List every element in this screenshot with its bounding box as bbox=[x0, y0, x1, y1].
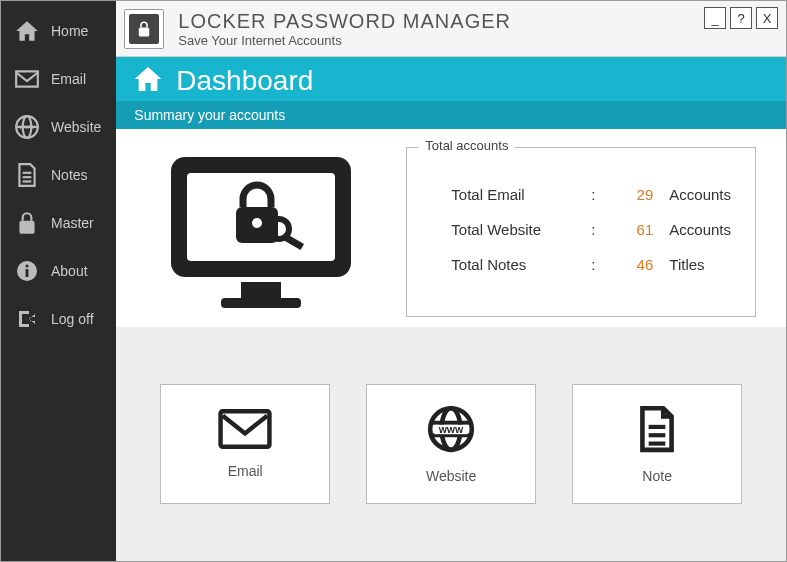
logout-icon bbox=[13, 305, 41, 333]
totals-legend: Total accounts bbox=[419, 138, 514, 153]
total-email-value: 29 bbox=[619, 186, 659, 203]
sidebar-item-home[interactable]: Home bbox=[1, 7, 116, 55]
total-website-label: Total Website bbox=[451, 221, 581, 238]
app-window: Home Email WWW Website Notes Master bbox=[0, 0, 787, 562]
separator: : bbox=[591, 186, 609, 203]
total-website-unit: Accounts bbox=[669, 221, 731, 238]
svg-rect-15 bbox=[221, 298, 301, 308]
main-panel: LOCKER PASSWORD MANAGER Save Your Intern… bbox=[116, 1, 786, 561]
sidebar-item-logoff[interactable]: Log off bbox=[1, 295, 116, 343]
title-stack: LOCKER PASSWORD MANAGER Save Your Intern… bbox=[178, 10, 704, 48]
total-email-unit: Accounts bbox=[669, 186, 731, 203]
sidebar-item-about[interactable]: About bbox=[1, 247, 116, 295]
titlebar: LOCKER PASSWORD MANAGER Save Your Intern… bbox=[116, 1, 786, 57]
note-icon bbox=[636, 404, 678, 458]
dashboard-header: Dashboard Summary your accounts bbox=[116, 57, 786, 129]
envelope-icon bbox=[13, 65, 41, 93]
total-notes-label: Total Notes bbox=[451, 256, 581, 273]
svg-rect-11 bbox=[139, 27, 150, 36]
sidebar-item-website[interactable]: WWW Website bbox=[1, 103, 116, 151]
summary-row: Total accounts Total Email : 29 Accounts… bbox=[116, 129, 786, 327]
window-controls: _ ? X bbox=[704, 7, 778, 29]
notes-icon bbox=[13, 161, 41, 189]
minimize-button[interactable]: _ bbox=[704, 7, 726, 29]
card-label: Note bbox=[642, 468, 672, 484]
app-subtitle: Save Your Internet Accounts bbox=[178, 33, 704, 48]
home-icon bbox=[132, 63, 164, 99]
card-note[interactable]: Note bbox=[572, 384, 742, 504]
envelope-icon bbox=[218, 409, 272, 453]
totals-grid: Total Email : 29 Accounts Total Website … bbox=[451, 186, 731, 273]
lock-icon bbox=[13, 209, 41, 237]
separator: : bbox=[591, 221, 609, 238]
sidebar-item-label: Home bbox=[51, 23, 88, 39]
sidebar-item-label: About bbox=[51, 263, 88, 279]
globe-icon: WWW bbox=[13, 113, 41, 141]
total-notes-value: 46 bbox=[619, 256, 659, 273]
svg-text:WWW: WWW bbox=[19, 124, 35, 130]
sidebar-item-label: Master bbox=[51, 215, 94, 231]
dashboard-subtitle: Summary your accounts bbox=[116, 101, 786, 129]
total-notes-unit: Titles bbox=[669, 256, 731, 273]
svg-point-9 bbox=[25, 264, 28, 267]
info-icon bbox=[13, 257, 41, 285]
home-icon bbox=[13, 17, 41, 45]
sidebar-item-label: Website bbox=[51, 119, 101, 135]
svg-text:WWW: WWW bbox=[439, 425, 464, 435]
svg-rect-7 bbox=[19, 221, 34, 234]
card-label: Website bbox=[426, 468, 476, 484]
sidebar: Home Email WWW Website Notes Master bbox=[1, 1, 116, 561]
separator: : bbox=[591, 256, 609, 273]
sidebar-item-notes[interactable]: Notes bbox=[1, 151, 116, 199]
total-email-label: Total Email bbox=[451, 186, 581, 203]
sidebar-item-label: Notes bbox=[51, 167, 88, 183]
lock-icon bbox=[129, 14, 159, 44]
svg-rect-10 bbox=[26, 269, 29, 277]
svg-point-17 bbox=[252, 218, 262, 228]
card-label: Email bbox=[228, 463, 263, 479]
sidebar-item-email[interactable]: Email bbox=[1, 55, 116, 103]
total-website-value: 61 bbox=[619, 221, 659, 238]
dashboard-title: Dashboard bbox=[176, 65, 313, 97]
app-logo-button[interactable] bbox=[124, 9, 164, 49]
card-website[interactable]: WWW Website bbox=[366, 384, 536, 504]
globe-icon: WWW bbox=[426, 404, 476, 458]
cards-row: Email WWW Website Note bbox=[116, 327, 786, 561]
card-email[interactable]: Email bbox=[160, 384, 330, 504]
help-button[interactable]: ? bbox=[730, 7, 752, 29]
svg-rect-14 bbox=[241, 282, 281, 298]
sidebar-item-label: Email bbox=[51, 71, 86, 87]
sidebar-item-label: Log off bbox=[51, 311, 94, 327]
totals-fieldset: Total accounts Total Email : 29 Accounts… bbox=[406, 147, 756, 317]
content-area: Total accounts Total Email : 29 Accounts… bbox=[116, 129, 786, 561]
svg-rect-20 bbox=[221, 411, 270, 447]
monitor-illustration bbox=[146, 147, 376, 317]
app-title: LOCKER PASSWORD MANAGER bbox=[178, 10, 704, 33]
sidebar-item-master[interactable]: Master bbox=[1, 199, 116, 247]
close-button[interactable]: X bbox=[756, 7, 778, 29]
